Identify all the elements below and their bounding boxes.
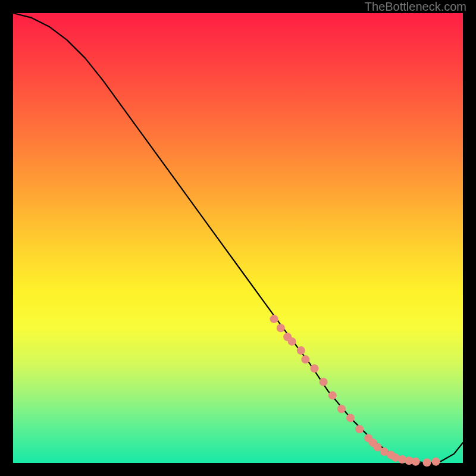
dot-marker (355, 425, 364, 433)
dot-marker (432, 458, 440, 466)
dot-marker (320, 378, 328, 386)
watermark-text: TheBottleneck.com (365, 0, 466, 13)
dot-cluster (270, 315, 440, 466)
dot-marker (346, 414, 355, 422)
dot-marker (288, 337, 296, 346)
dot-marker (328, 392, 337, 400)
dot-marker (297, 346, 305, 355)
dot-marker (337, 405, 346, 413)
dot-marker (301, 355, 309, 364)
dot-marker (311, 364, 319, 372)
dot-marker (412, 458, 420, 466)
dot-marker (423, 458, 431, 466)
dot-marker (277, 324, 285, 332)
chart-stage: TheBottleneck.com (0, 0, 476, 476)
chart-overlay (13, 13, 463, 463)
dot-marker (270, 315, 278, 323)
bottleneck-curve (13, 13, 463, 463)
